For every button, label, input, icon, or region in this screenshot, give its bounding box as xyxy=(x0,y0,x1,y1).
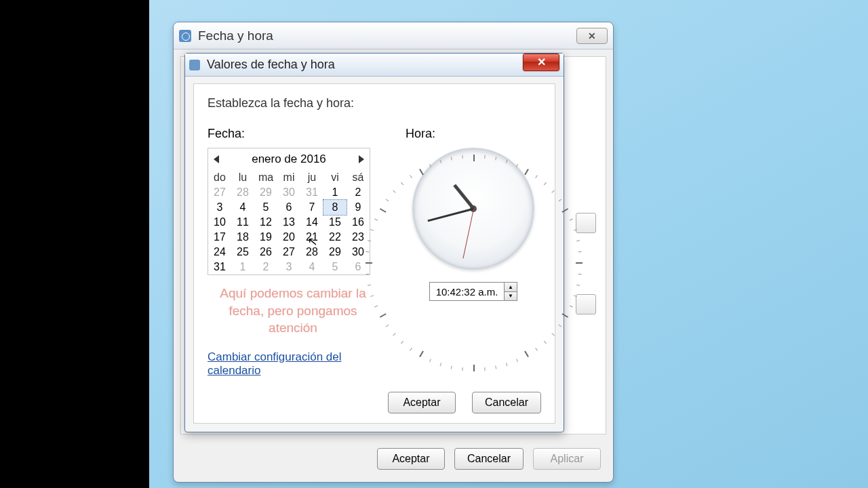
close-button[interactable]: ✕ xyxy=(576,28,608,44)
calendar-day[interactable]: 2 xyxy=(347,185,370,200)
calendar-day[interactable]: 11 xyxy=(231,215,254,230)
instruction-text: Establezca la fecha y hora: xyxy=(208,96,541,110)
calendar-day[interactable]: 9 xyxy=(347,200,370,215)
calendar-day[interactable]: 29 xyxy=(323,245,347,260)
calendar-day[interactable]: 19 xyxy=(254,230,277,245)
weekday-header: do xyxy=(208,170,231,185)
calendar-day[interactable]: 13 xyxy=(277,215,300,230)
spinner-down[interactable]: ▼ xyxy=(505,292,517,301)
weekday-header: ma xyxy=(254,170,277,185)
time-input[interactable] xyxy=(429,282,504,301)
calendar-day[interactable]: 22 xyxy=(323,230,347,245)
spinner-up[interactable]: ▲ xyxy=(505,283,517,292)
calendar-day[interactable]: 15 xyxy=(323,215,347,230)
cancel-button[interactable]: Cancelar xyxy=(454,448,524,470)
date-label: Fecha: xyxy=(208,127,378,141)
hour-hand xyxy=(453,184,475,209)
ok-button[interactable]: Aceptar xyxy=(388,392,456,413)
calendar-day[interactable]: 1 xyxy=(231,260,254,274)
calendar-day[interactable]: 3 xyxy=(208,200,231,215)
calendar-day[interactable]: 4 xyxy=(300,260,323,274)
calendar-grid: dolumamijuvisá 2728293031123456789101112… xyxy=(208,170,370,274)
cancel-button[interactable]: Cancelar xyxy=(472,392,541,413)
calendar: enero de 2016 dolumamijuvisá 27282930311… xyxy=(208,148,370,275)
close-button[interactable]: ✕ xyxy=(523,54,559,71)
next-month-button[interactable] xyxy=(359,155,364,163)
analog-clock xyxy=(412,148,534,270)
calendar-day[interactable]: 10 xyxy=(208,215,231,230)
calendar-day[interactable]: 27 xyxy=(277,245,300,260)
calendar-day[interactable]: 12 xyxy=(254,215,277,230)
calendar-day[interactable]: 30 xyxy=(347,245,370,260)
letterbox-strip xyxy=(0,0,149,488)
ok-button[interactable]: Aceptar xyxy=(377,448,445,470)
calendar-day[interactable]: 6 xyxy=(277,200,300,215)
weekday-header: sá xyxy=(347,170,370,185)
child-title: Valores de fecha y hora xyxy=(207,58,335,72)
parent-titlebar: Fecha y hora ✕ xyxy=(174,22,613,49)
calendar-day[interactable]: 20 xyxy=(277,230,300,245)
calendar-day[interactable]: 4 xyxy=(231,200,254,215)
calendar-day[interactable]: 5 xyxy=(323,260,347,274)
weekday-header: lu xyxy=(231,170,254,185)
calendar-day[interactable]: 28 xyxy=(231,185,254,200)
clock-icon xyxy=(189,60,200,70)
calendar-day[interactable]: 28 xyxy=(300,245,323,260)
time-label: Hora: xyxy=(406,127,541,141)
calendar-day[interactable]: 29 xyxy=(254,185,277,200)
calendar-day[interactable]: 24 xyxy=(208,245,231,260)
time-spinner[interactable]: ▲ ▼ xyxy=(504,282,517,301)
calendar-day[interactable]: 17 xyxy=(208,230,231,245)
calendar-day[interactable]: 23 xyxy=(347,230,370,245)
calendar-day[interactable]: 3 xyxy=(277,260,300,274)
calendar-day[interactable]: 2 xyxy=(254,260,277,274)
prev-month-button[interactable] xyxy=(214,155,219,163)
calendar-day[interactable]: 8 xyxy=(323,200,347,215)
calendar-day[interactable]: 27 xyxy=(208,185,231,200)
calendar-day[interactable]: 31 xyxy=(300,185,323,200)
calendar-day[interactable]: 7 xyxy=(300,200,323,215)
minute-hand xyxy=(427,208,473,222)
apply-button[interactable]: Aplicar xyxy=(533,448,601,470)
calendar-day[interactable]: 25 xyxy=(231,245,254,260)
date-time-values-dialog: Valores de fecha y hora ✕ Establezca la … xyxy=(184,53,564,432)
weekday-header: ju xyxy=(300,170,323,185)
calendar-day[interactable]: 1 xyxy=(323,185,347,200)
calendar-settings-link[interactable]: Cambiar configuración del calendario xyxy=(208,350,378,378)
weekday-header: mi xyxy=(277,170,300,185)
child-titlebar: Valores de fecha y hora ✕ xyxy=(185,54,564,77)
calendar-day[interactable]: 30 xyxy=(277,185,300,200)
calendar-day[interactable]: 26 xyxy=(254,245,277,260)
side-button-2[interactable] xyxy=(576,294,596,314)
calendar-day[interactable]: 18 xyxy=(231,230,254,245)
second-hand xyxy=(462,209,474,259)
weekday-header: vi xyxy=(323,170,347,185)
calendar-day[interactable]: 16 xyxy=(347,215,370,230)
parent-title: Fecha y hora xyxy=(198,28,273,43)
month-label[interactable]: enero de 2016 xyxy=(252,152,326,166)
calendar-day[interactable]: 31 xyxy=(208,260,231,274)
calendar-day[interactable]: 21 xyxy=(300,230,323,245)
clock-icon xyxy=(179,30,191,42)
side-button-1[interactable] xyxy=(576,213,596,233)
annotation-text: Aquí podemos cambiar la fecha, pero pong… xyxy=(208,285,378,337)
calendar-day[interactable]: 14 xyxy=(300,215,323,230)
calendar-day[interactable]: 5 xyxy=(254,200,277,215)
child-body: Establezca la fecha y hora: Fecha: enero… xyxy=(193,83,555,424)
